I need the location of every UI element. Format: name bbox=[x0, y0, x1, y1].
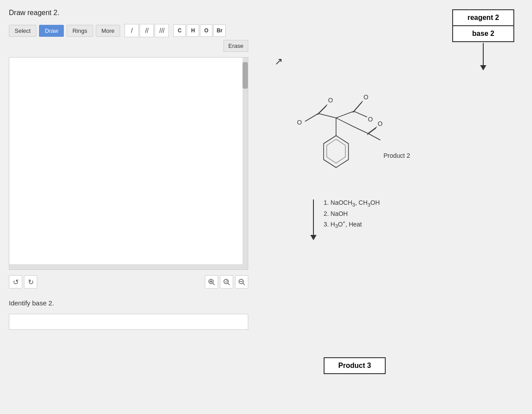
erase-button[interactable]: Erase bbox=[223, 40, 248, 52]
double-bond-btn[interactable]: // bbox=[140, 24, 154, 37]
atom-buttons: C H O Br bbox=[173, 24, 226, 37]
tab-select[interactable]: Select bbox=[9, 25, 36, 37]
single-bond-btn[interactable]: / bbox=[125, 24, 139, 37]
svg-line-8 bbox=[243, 283, 245, 285]
svg-line-5 bbox=[228, 283, 230, 285]
identify-input[interactable] bbox=[9, 314, 248, 330]
svg-marker-24 bbox=[327, 139, 345, 163]
svg-line-11 bbox=[305, 113, 318, 121]
draw-title: Draw reagent 2. bbox=[9, 9, 248, 17]
svg-text:O: O bbox=[378, 120, 383, 127]
triple-bond-btn[interactable]: /// bbox=[155, 24, 169, 37]
svg-line-15 bbox=[318, 113, 336, 118]
draw-canvas[interactable] bbox=[9, 57, 248, 270]
step-1: 1. NaOCH3, CH3OH bbox=[324, 198, 380, 209]
zoom-group: ↺ bbox=[205, 275, 248, 289]
svg-line-25 bbox=[336, 118, 354, 127]
zoom-reset-button[interactable]: ↺ bbox=[220, 275, 233, 289]
product2-text: Product 2 bbox=[383, 152, 410, 159]
right-panel: ↖ reagent 2 base 2 bbox=[257, 0, 532, 414]
identify-label: Identify base 2. bbox=[9, 299, 248, 307]
svg-text:↺: ↺ bbox=[225, 280, 228, 284]
canvas-controls: ↺ ↻ ↺ bbox=[9, 275, 248, 289]
atom-C[interactable]: C bbox=[173, 24, 186, 37]
svg-text:O: O bbox=[297, 119, 302, 126]
svg-text:O: O bbox=[364, 94, 368, 101]
svg-text:O: O bbox=[368, 116, 373, 123]
step-2: 2. NaOH bbox=[324, 209, 380, 219]
undo-button[interactable]: ↺ bbox=[9, 275, 22, 289]
zoom-in-button[interactable] bbox=[205, 275, 218, 289]
right-content: ↖ reagent 2 base 2 bbox=[266, 7, 523, 407]
steps-arrow-line bbox=[313, 199, 314, 235]
atom-O[interactable]: O bbox=[200, 24, 212, 37]
scrollbar-bottom[interactable] bbox=[9, 264, 243, 269]
left-panel: Draw reagent 2. Select Draw Rings More /… bbox=[0, 0, 257, 414]
scrollbar-right[interactable] bbox=[243, 58, 248, 269]
tab-more[interactable]: More bbox=[96, 25, 121, 37]
undo-redo-group: ↺ ↻ bbox=[9, 275, 37, 289]
svg-line-16 bbox=[336, 111, 354, 118]
zoom-out-button[interactable] bbox=[235, 275, 248, 289]
bond-buttons: / // /// bbox=[125, 24, 169, 37]
structure-area: O O O O bbox=[270, 20, 519, 220]
svg-text:O: O bbox=[328, 97, 333, 104]
atom-H[interactable]: H bbox=[187, 24, 199, 37]
svg-line-20 bbox=[354, 111, 367, 117]
svg-line-18 bbox=[353, 102, 362, 113]
svg-line-27 bbox=[368, 127, 377, 133]
reaction-steps-section: 1. NaOCH3, CH3OH 2. NaOH 3. H3O+, Heat bbox=[310, 198, 380, 240]
steps-arrow-head bbox=[310, 235, 317, 240]
toolbar: Select Draw Rings More / // /// C H O Br… bbox=[9, 24, 248, 52]
svg-line-30 bbox=[368, 133, 380, 140]
svg-line-26 bbox=[354, 127, 368, 133]
redo-button[interactable]: ↻ bbox=[24, 275, 37, 289]
scrollbar-thumb[interactable] bbox=[243, 62, 248, 89]
product3-section: Product 3 bbox=[324, 357, 386, 374]
tab-rings[interactable]: Rings bbox=[66, 25, 93, 37]
reaction-steps-text: 1. NaOCH3, CH3OH 2. NaOH 3. H3O+, Heat bbox=[324, 198, 380, 230]
chemical-structure-svg: O O O O bbox=[270, 20, 519, 220]
tab-draw[interactable]: Draw bbox=[39, 25, 64, 37]
product3-box: Product 3 bbox=[324, 357, 386, 374]
atom-Br[interactable]: Br bbox=[213, 24, 226, 37]
svg-line-1 bbox=[213, 283, 215, 285]
step-3: 3. H3O+, Heat bbox=[324, 219, 380, 230]
